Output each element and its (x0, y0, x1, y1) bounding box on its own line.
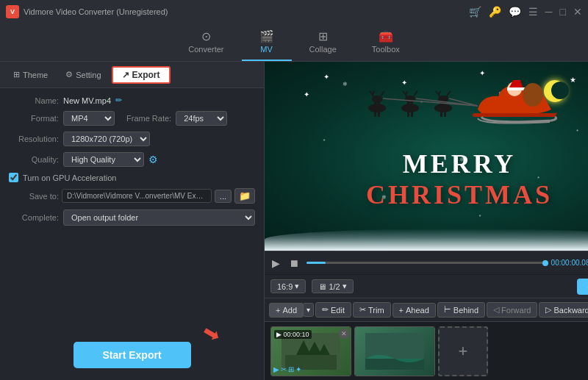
add-button[interactable]: + Add (269, 303, 304, 318)
page-button[interactable]: 🖥 1/2 ▾ (312, 279, 353, 293)
titlebar-controls: 🛒 🔑 💬 ☰ ─ □ ✕ (469, 6, 582, 18)
snow-ground (265, 229, 588, 251)
film-add-icon: + (459, 342, 468, 361)
time-display: 00:00:00.08/00:00:17.10 (551, 259, 588, 267)
thumb-1-edit-icon[interactable]: ⊞ (288, 365, 294, 373)
menu-icon[interactable]: ☰ (528, 6, 538, 18)
format-row: Format: MP4 Frame Rate: 24fps (9, 111, 255, 126)
star-icon: ★ (570, 76, 576, 84)
forward-button[interactable]: ◁ Forward (487, 302, 537, 318)
add-dropdown-button[interactable]: ▾ (303, 303, 314, 317)
cart-icon[interactable]: 🛒 (469, 6, 481, 18)
thumb-1-cut-icon[interactable]: ✂ (281, 365, 287, 373)
start-export-button-right[interactable]: Start Export (577, 279, 588, 295)
film-thumb-1: ✕ ▶ 00:00:10 ▶ ✂ ⊞ ✦ (270, 326, 351, 376)
thumb-1-play-icon[interactable]: ▶ (273, 365, 279, 373)
behind-button[interactable]: ⊢ Behind (437, 302, 485, 318)
theme-label: Theme (23, 71, 48, 79)
svg-point-11 (401, 104, 419, 112)
thumb-1-icons: ▶ ✂ ⊞ ✦ (273, 365, 301, 373)
quality-gear-button[interactable]: ⚙ (148, 154, 158, 165)
forward-icon: ◁ (493, 305, 499, 315)
complete-row: Complete: Open output folder Do nothing … (9, 209, 255, 226)
tab-toolbox[interactable]: 🧰 Toolbox (354, 25, 417, 61)
ahead-label: Ahead (406, 306, 429, 315)
reindeer-svg (356, 76, 562, 143)
star-icon: ✦ (323, 73, 329, 81)
tab-toolbox-label: Toolbox (372, 45, 400, 54)
svg-rect-26 (444, 111, 446, 117)
gpu-checkbox[interactable] (9, 173, 18, 182)
trim-button[interactable]: ✂ Trim (353, 302, 391, 318)
ratio-value: 16:9 (277, 282, 293, 291)
film-thumb-2-image (355, 327, 434, 376)
saveto-path: D:\Vidmore\Vidmore V...onverter\MV Expor… (62, 189, 212, 203)
svg-line-31 (448, 91, 451, 95)
sub-navigation: ⊞ Theme ⚙ Setting ↗ Export (0, 62, 264, 88)
key-icon[interactable]: 🔑 (489, 6, 501, 18)
page-chevron-icon: ▾ (343, 282, 347, 291)
format-select[interactable]: MP4 (63, 111, 115, 126)
ratio-button[interactable]: 16:9 ▾ (270, 279, 306, 293)
add-label: Add (282, 306, 297, 315)
chat-icon[interactable]: 💬 (509, 6, 521, 18)
frame-rate-select[interactable]: 24fps (176, 111, 227, 126)
setting-button[interactable]: ⚙ Setting (58, 67, 108, 82)
collage-icon: ⊞ (318, 29, 328, 43)
film-content-2 (365, 333, 424, 370)
reindeer-scene (356, 76, 562, 145)
svg-rect-2 (378, 102, 380, 111)
minimize-icon[interactable]: ─ (545, 6, 553, 18)
edit-button[interactable]: ✏ Edit (315, 302, 351, 318)
film-add-button[interactable]: + (438, 326, 488, 376)
titlebar: V Vidmore Video Converter (Unregistered)… (0, 0, 588, 24)
svg-line-9 (381, 91, 384, 95)
gpu-label: Turn on GPU Acceleration (23, 173, 116, 182)
thumb-1-time: ▶ 00:00:10 (274, 330, 312, 339)
edit-label: Edit (331, 306, 345, 315)
start-export-button-left[interactable]: Start Export (74, 342, 191, 368)
add-icon: + (276, 306, 280, 315)
saveto-dots-button[interactable]: ... (215, 190, 232, 203)
export-label: Export (132, 70, 160, 80)
stop-button[interactable]: ⏹ (287, 256, 301, 270)
settings-panel: Name: New MV.mp4 ✏ Format: MP4 Frame Rat… (0, 88, 264, 342)
christmas-text: MERRY CHRISTMAS (366, 148, 553, 210)
svg-line-29 (439, 91, 440, 95)
resolution-select[interactable]: 1280x720 (720p) (63, 132, 150, 146)
name-edit-icon[interactable]: ✏ (115, 96, 122, 105)
progress-dot (542, 260, 548, 266)
ratio-controls: 16:9 ▾ 🖥 1/2 ▾ Start Export (265, 274, 588, 298)
page-value: 1/2 (329, 282, 340, 291)
theme-button[interactable]: ⊞ Theme (6, 67, 55, 82)
complete-label: Complete: (9, 213, 59, 222)
export-button[interactable]: ↗ Export (112, 66, 171, 84)
progress-bar[interactable] (306, 262, 545, 264)
tab-mv[interactable]: 🎬 MV (242, 25, 292, 61)
play-button[interactable]: ▶ (270, 256, 282, 270)
svg-line-20 (415, 91, 417, 95)
tab-collage[interactable]: ⊞ Collage (292, 25, 354, 61)
toolbox-icon: 🧰 (379, 29, 393, 43)
main-content: ⊞ Theme ⚙ Setting ↗ Export Name: New MV.… (0, 62, 588, 380)
monitor-icon: 🖥 (318, 282, 326, 291)
saveto-folder-button[interactable]: 📁 (234, 188, 255, 204)
film-thumb-2 (354, 326, 435, 376)
backward-button[interactable]: ▷ Backward (539, 302, 588, 318)
tab-converter[interactable]: ⊙ Converter (171, 25, 241, 61)
behind-icon: ⊢ (444, 305, 451, 315)
complete-select[interactable]: Open output folder Do nothing Shut down … (63, 209, 255, 226)
thumb-1-close-button[interactable]: ✕ (339, 329, 349, 339)
svg-rect-14 (407, 111, 409, 117)
mv-icon: 🎬 (259, 29, 274, 43)
thumb-1-effect-icon[interactable]: ✦ (295, 365, 301, 373)
converter-icon: ⊙ (201, 29, 211, 43)
ahead-button[interactable]: + Ahead (392, 303, 436, 318)
svg-rect-12 (407, 102, 409, 111)
close-icon[interactable]: ✕ (573, 6, 582, 18)
resolution-row: Resolution: 1280x720 (720p) (9, 132, 255, 146)
quality-select[interactable]: High Quality (63, 152, 144, 167)
bottom-toolbar: + Add ▾ ✏ Edit ✂ Trim + Ahead ⊢ Behind ◁ (265, 298, 588, 321)
maximize-icon[interactable]: □ (560, 6, 566, 18)
video-preview: ✦ ✦ ✦ ✦ ★ ✦ ❄ * ❄ * ❄ * ❄ (265, 62, 588, 251)
